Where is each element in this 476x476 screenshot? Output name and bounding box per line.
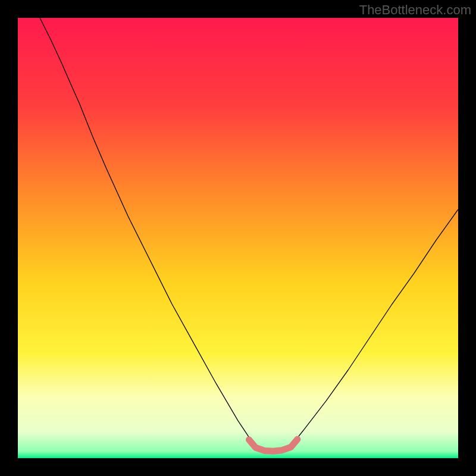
watermark-text: TheBottleneck.com xyxy=(359,2,471,18)
chart-stage: TheBottleneck.com xyxy=(0,0,476,476)
bottleneck-chart xyxy=(18,18,458,458)
plot-background xyxy=(18,18,458,458)
